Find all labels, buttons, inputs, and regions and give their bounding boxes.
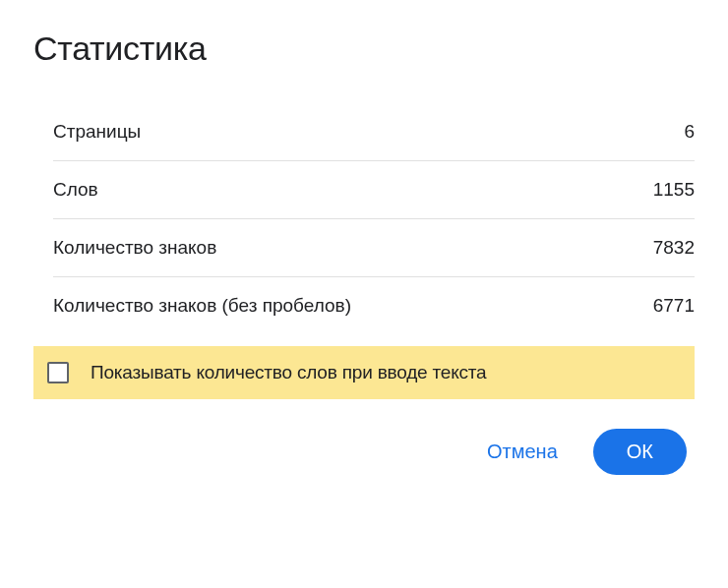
button-row: Отмена ОК (33, 429, 695, 475)
dialog-title: Статистика (33, 29, 695, 68)
stat-value: 6771 (653, 295, 695, 317)
checkbox-icon[interactable] (47, 362, 69, 383)
stats-list: Страницы 6 Слов 1155 Количество знаков 7… (53, 103, 695, 334)
stat-label: Страницы (53, 121, 141, 143)
ok-button[interactable]: ОК (593, 429, 687, 475)
stat-row-chars: Количество знаков 7832 (53, 219, 695, 277)
show-word-count-option[interactable]: Показывать количество слов при вводе тек… (33, 346, 695, 399)
stat-label: Слов (53, 179, 98, 201)
stat-value: 6 (684, 121, 695, 143)
stat-label: Количество знаков (без пробелов) (53, 295, 351, 317)
stat-value: 7832 (653, 237, 695, 259)
stat-row-words: Слов 1155 (53, 161, 695, 219)
stat-label: Количество знаков (53, 237, 216, 259)
stat-row-chars-no-spaces: Количество знаков (без пробелов) 6771 (53, 277, 695, 334)
stat-value: 1155 (653, 179, 695, 201)
cancel-button[interactable]: Отмена (471, 431, 574, 473)
stat-row-pages: Страницы 6 (53, 103, 695, 161)
checkbox-label: Показывать количество слов при вводе тек… (91, 362, 486, 383)
